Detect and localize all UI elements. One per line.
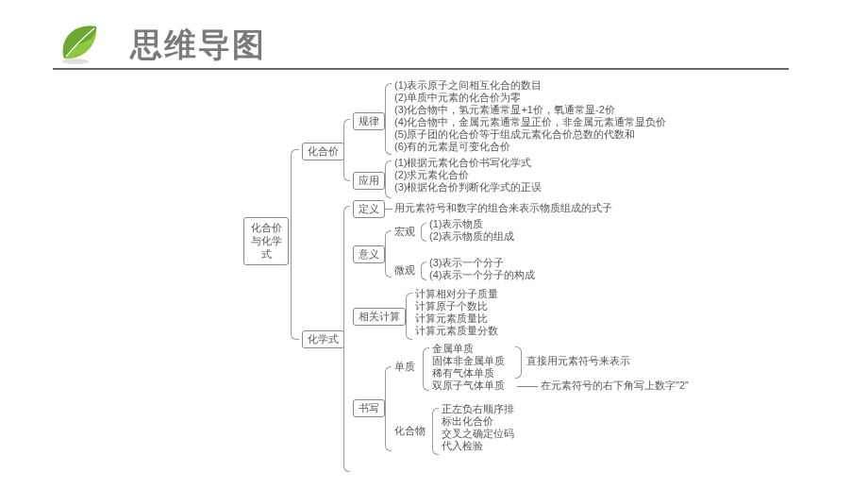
brace-b2d: [385, 366, 392, 451]
root-l2: 与化学式: [251, 235, 282, 260]
node-write: 书写: [353, 399, 385, 417]
calc-3: 计算元素质量比: [415, 312, 488, 325]
leaf-icon: [55, 21, 104, 66]
apply-2: (2)求元素化合价: [394, 169, 469, 181]
brace-b2b: [385, 230, 392, 278]
brace-micro: [421, 261, 426, 280]
rule-5: (5)原子团的化合价等于组成元素化合价总数的代数和: [394, 128, 635, 141]
brace-b1b: [385, 160, 392, 198]
comp-3: 交叉之确定位码: [442, 428, 514, 440]
rule-6: (6)有的元素是可变化合价: [394, 141, 510, 153]
line-def: [385, 209, 392, 210]
simple-2: 固体非金属单质: [432, 355, 505, 367]
calc-4: 计算元素质量分数: [415, 325, 498, 337]
comp-1: 正左负右顺序排: [442, 403, 514, 415]
brace-b1a: [385, 83, 392, 155]
page-title: 思维导图: [130, 24, 266, 67]
micro-2: (4)表示一个分子的构成: [429, 269, 535, 281]
node-macro: 宏观: [394, 226, 415, 238]
brace-b2: [343, 206, 350, 472]
title-underline: [53, 68, 789, 70]
node-meaning: 意义: [353, 245, 385, 263]
root-node: 化合价与化学式: [243, 217, 289, 265]
rule-4: (4)化合物中，金属元素通常显正价，非金属元素通常显负价: [394, 116, 666, 128]
brace-b1: [343, 119, 350, 181]
node-apply: 应用: [353, 172, 385, 190]
simple-note2-text: 在元素符号的右下角写上数字"2": [541, 379, 689, 391]
node-def: 定义: [353, 200, 385, 218]
svg-point-0: [62, 59, 89, 64]
node-formula: 化学式: [302, 330, 344, 348]
root-l1: 化合价: [251, 222, 282, 233]
macro-2: (2)表示物质的组成: [429, 230, 514, 243]
node-calc: 相关计算: [353, 308, 406, 326]
simple-1: 金属单质: [432, 343, 474, 355]
calc-2: 计算原子个数比: [415, 300, 488, 312]
brace-compound: [432, 408, 439, 455]
macro-1: (1)表示物质: [429, 218, 483, 230]
node-simple: 单质: [394, 361, 415, 373]
node-rules: 规律: [353, 112, 385, 130]
micro-1: (3)表示一个分子: [429, 257, 504, 269]
rule-2: (2)单质中元素的化合价为零: [394, 92, 521, 104]
node-valence: 化合价: [302, 143, 344, 160]
simple-4: 双原子气体单质: [432, 379, 505, 392]
simple-note2: —— 在元素符号的右下角写上数字"2": [517, 379, 689, 392]
brace-macro: [421, 223, 426, 242]
rule-3: (3)化合物中，氢元素通常显+1价，氧通常显-2价: [394, 104, 615, 116]
brace-root: [291, 149, 299, 340]
simple-3: 稀有气体单质: [432, 367, 494, 379]
simple-note1: 直接用元素符号来表示: [526, 355, 630, 367]
comp-2: 标出化合价: [442, 415, 493, 428]
brace-b2c: [406, 293, 412, 340]
comp-4: 代入检验: [442, 440, 483, 452]
calc-1: 计算相对分子质量: [415, 288, 498, 300]
def-text: 用元素符号和数字的组合来表示物质组成的式子: [394, 202, 612, 214]
brace-simple-right: [515, 346, 522, 379]
node-compound: 化合物: [394, 425, 426, 437]
node-micro: 微观: [394, 264, 415, 277]
apply-1: (1)根据元素化合价书写化学式: [394, 157, 531, 169]
rule-1: (1)表示原子之间相互化合的数目: [394, 79, 542, 92]
apply-3: (3)根据化合价判断化学式的正误: [394, 181, 542, 194]
brace-simple: [423, 347, 429, 391]
